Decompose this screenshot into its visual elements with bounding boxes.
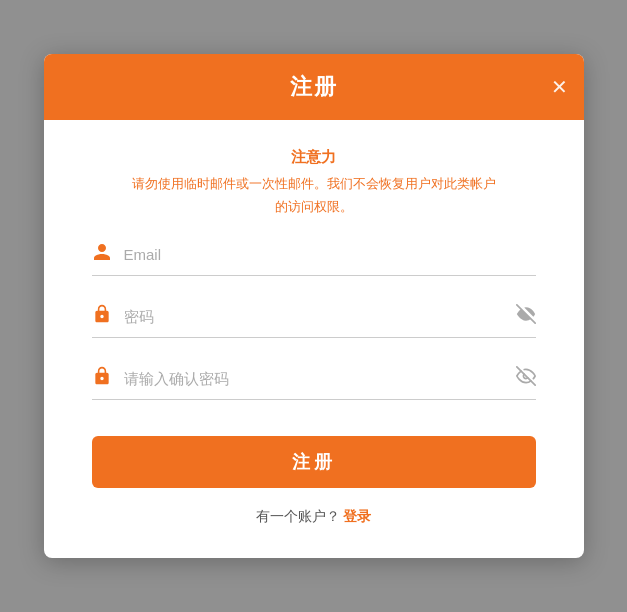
lock-icon <box>92 304 112 329</box>
have-account-text: 有一个账户？ <box>256 508 340 524</box>
confirm-password-toggle-icon[interactable] <box>516 366 536 391</box>
notice-title: 注意力 <box>92 148 536 167</box>
email-input[interactable] <box>124 246 536 263</box>
register-button[interactable]: 注册 <box>92 436 536 488</box>
password-input[interactable] <box>124 308 508 325</box>
close-button[interactable]: ✕ <box>551 77 568 97</box>
confirm-password-input[interactable] <box>124 370 508 387</box>
email-field-group <box>92 242 536 276</box>
notice-box: 注意力 请勿使用临时邮件或一次性邮件。我们不会恢复用户对此类帐户的访问权限。 <box>92 148 536 217</box>
register-modal: 注册 ✕ 注意力 请勿使用临时邮件或一次性邮件。我们不会恢复用户对此类帐户的访问… <box>44 54 584 557</box>
modal-overlay: 注册 ✕ 注意力 请勿使用临时邮件或一次性邮件。我们不会恢复用户对此类帐户的访问… <box>0 0 627 612</box>
notice-text: 请勿使用临时邮件或一次性邮件。我们不会恢复用户对此类帐户的访问权限。 <box>92 173 536 217</box>
confirm-password-field-group <box>92 366 536 400</box>
password-field-group <box>92 304 536 338</box>
login-link-row: 有一个账户？ 登录 <box>92 508 536 526</box>
lock-confirm-icon <box>92 366 112 391</box>
modal-body: 注意力 请勿使用临时邮件或一次性邮件。我们不会恢复用户对此类帐户的访问权限。 <box>44 120 584 557</box>
user-icon <box>92 242 112 267</box>
password-toggle-icon[interactable] <box>516 304 536 329</box>
modal-title: 注册 <box>290 74 338 99</box>
login-link[interactable]: 登录 <box>343 508 371 524</box>
modal-header: 注册 ✕ <box>44 54 584 120</box>
